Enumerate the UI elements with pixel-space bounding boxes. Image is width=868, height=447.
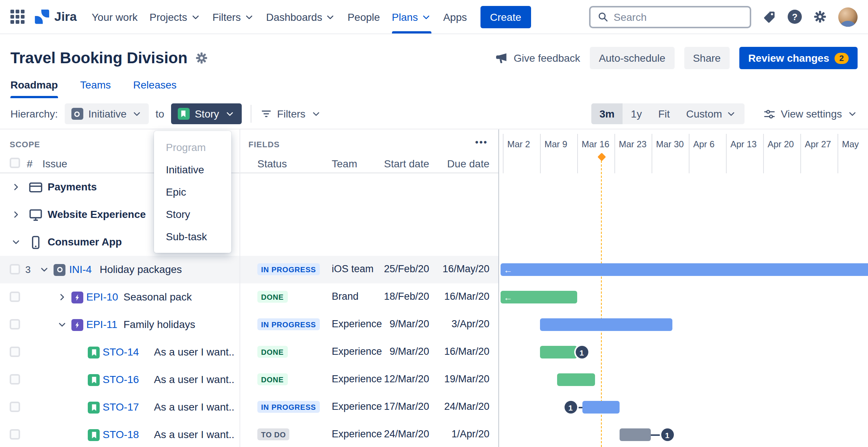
- tab-teams[interactable]: Teams: [80, 79, 111, 98]
- due-date-cell[interactable]: 16/Mar/20: [430, 291, 489, 302]
- avatar[interactable]: [838, 7, 858, 26]
- due-date-cell[interactable]: 3/Apr/20: [430, 318, 489, 329]
- row-checkbox[interactable]: [10, 374, 20, 385]
- hierarchy-to-dropdown[interactable]: Story: [171, 103, 241, 124]
- zoom-option-3m[interactable]: 3m: [591, 103, 623, 124]
- create-button[interactable]: Create: [480, 6, 531, 28]
- zoom-option-fit[interactable]: Fit: [650, 103, 678, 124]
- status-lozenge[interactable]: DONE: [257, 373, 287, 385]
- timeline-bar[interactable]: [557, 373, 595, 386]
- menu-item-epic[interactable]: Epic: [154, 181, 231, 203]
- row-checkbox[interactable]: [10, 264, 20, 274]
- issue-row-epi-10: EPI-10Seasonal packDONEBrand18/Feb/2016/…: [0, 283, 868, 311]
- issue-key[interactable]: EPI-10: [86, 291, 118, 303]
- due-date-cell[interactable]: 16/May/20: [430, 263, 489, 274]
- nav-item-your-work[interactable]: Your work: [86, 6, 144, 27]
- due-date-cell[interactable]: 1/Apr/20: [430, 428, 489, 440]
- menu-item-story[interactable]: Story: [154, 203, 231, 225]
- view-settings-button[interactable]: View settings: [763, 107, 858, 120]
- initiative-icon: [54, 264, 65, 276]
- dependency-badge[interactable]: 1: [575, 346, 588, 358]
- due-date-cell[interactable]: 24/Mar/20: [430, 401, 489, 412]
- timeline-bar[interactable]: [582, 401, 620, 414]
- nav-item-plans[interactable]: Plans: [386, 6, 437, 27]
- start-date-cell[interactable]: 9/Mar/20: [370, 318, 429, 329]
- story-icon: [88, 401, 100, 413]
- share-button[interactable]: Share: [684, 47, 730, 69]
- chevron-down-icon: [325, 12, 335, 22]
- column-header-team: Team: [332, 158, 357, 170]
- issue-key[interactable]: STO-18: [103, 428, 139, 440]
- menu-item-initiative[interactable]: Initiative: [154, 158, 231, 181]
- team-cell[interactable]: Brand: [332, 291, 359, 302]
- filters-button[interactable]: Filters: [260, 108, 321, 120]
- start-date-cell[interactable]: 24/Mar/20: [370, 428, 429, 440]
- jira-logo[interactable]: Jira: [33, 8, 77, 25]
- issue-key[interactable]: INI-4: [69, 263, 92, 275]
- zoom-option-1y[interactable]: 1y: [623, 103, 650, 124]
- search-input[interactable]: [614, 11, 743, 23]
- start-date-cell[interactable]: 17/Mar/20: [370, 401, 429, 412]
- select-all-checkbox[interactable]: [10, 158, 20, 168]
- issue-key[interactable]: STO-14: [103, 346, 139, 358]
- start-date-cell[interactable]: 18/Feb/20: [370, 291, 429, 302]
- row-checkbox[interactable]: [10, 319, 20, 329]
- row-checkbox[interactable]: [10, 429, 20, 440]
- collapse-chevron-icon[interactable]: [11, 237, 21, 247]
- timeline-bar[interactable]: [620, 428, 651, 441]
- status-lozenge[interactable]: DONE: [257, 291, 287, 303]
- tab-releases[interactable]: Releases: [133, 79, 177, 98]
- start-date-cell[interactable]: 25/Feb/20: [370, 263, 429, 274]
- help-icon[interactable]: ?: [788, 10, 802, 24]
- issue-key[interactable]: STO-16: [103, 373, 139, 385]
- status-lozenge[interactable]: IN PROGRESS: [257, 401, 320, 413]
- fields-more-button[interactable]: •••: [475, 137, 488, 147]
- collapse-chevron-icon[interactable]: [39, 265, 49, 274]
- timeline-bar[interactable]: ←: [501, 263, 868, 276]
- nav-item-filters[interactable]: Filters: [206, 6, 260, 27]
- give-feedback-button[interactable]: Give feedback: [494, 51, 580, 65]
- tag-icon[interactable]: [762, 10, 777, 24]
- collapse-chevron-icon[interactable]: [57, 320, 67, 329]
- menu-item-sub-task[interactable]: Sub-task: [154, 225, 231, 248]
- issue-key[interactable]: EPI-11: [86, 318, 118, 330]
- auto-schedule-button[interactable]: Auto-schedule: [590, 47, 674, 69]
- timeline-bar[interactable]: ←: [501, 291, 577, 303]
- nav-item-apps[interactable]: Apps: [437, 6, 473, 27]
- child-count: 3: [25, 264, 30, 275]
- scope-cell: STO-14As a user I want..: [0, 338, 239, 366]
- nav-item-dashboards[interactable]: Dashboards: [260, 6, 341, 27]
- timeline-bar[interactable]: [540, 318, 672, 331]
- start-date-cell[interactable]: 12/Mar/20: [370, 373, 429, 385]
- status-lozenge[interactable]: IN PROGRESS: [257, 263, 320, 275]
- row-checkbox[interactable]: [10, 402, 20, 412]
- tab-roadmap[interactable]: Roadmap: [10, 79, 58, 98]
- status-lozenge[interactable]: TO DO: [257, 428, 290, 440]
- start-date-cell[interactable]: 9/Mar/20: [370, 346, 429, 357]
- search-box[interactable]: [589, 6, 751, 28]
- issue-key[interactable]: STO-17: [103, 401, 139, 413]
- timeline-bar[interactable]: [540, 346, 577, 358]
- view-settings-label: View settings: [781, 108, 842, 120]
- dependency-badge[interactable]: 1: [564, 401, 577, 414]
- status-lozenge[interactable]: IN PROGRESS: [257, 318, 320, 330]
- due-date-cell[interactable]: 19/Mar/20: [430, 373, 489, 385]
- row-checkbox[interactable]: [10, 347, 20, 357]
- row-checkbox[interactable]: [10, 292, 20, 302]
- review-changes-button[interactable]: Review changes 2: [739, 47, 858, 69]
- team-cell[interactable]: iOS team: [332, 263, 374, 274]
- zoom-option-custom[interactable]: Custom: [678, 103, 744, 124]
- settings-gear-icon[interactable]: [813, 10, 827, 24]
- expand-chevron-icon[interactable]: [57, 292, 67, 302]
- status-lozenge[interactable]: DONE: [257, 346, 287, 358]
- hierarchy-from-dropdown[interactable]: Initiative: [65, 103, 149, 124]
- give-feedback-label: Give feedback: [514, 52, 580, 64]
- expand-chevron-icon[interactable]: [11, 182, 21, 192]
- nav-item-projects[interactable]: Projects: [144, 6, 206, 27]
- plan-settings-gear-icon[interactable]: [195, 51, 208, 65]
- nav-item-people[interactable]: People: [341, 6, 386, 27]
- expand-chevron-icon[interactable]: [11, 210, 21, 219]
- app-switcher-icon[interactable]: [10, 10, 25, 24]
- dependency-badge[interactable]: 1: [661, 428, 673, 441]
- due-date-cell[interactable]: 16/Mar/20: [430, 346, 489, 357]
